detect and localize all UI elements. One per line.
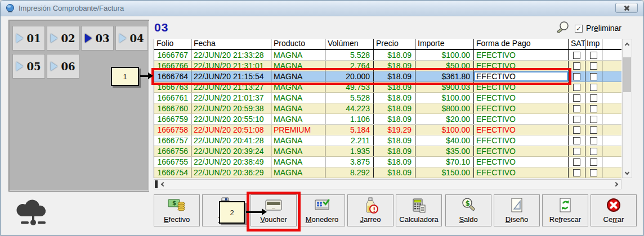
col-forma-pago[interactable]: Forma de Pago (474, 39, 569, 49)
play-icon (119, 34, 126, 43)
chevron-left-icon (160, 182, 165, 187)
jarreo-button[interactable]: ! Jarreo (347, 194, 393, 226)
callout-1: 1 (111, 67, 139, 86)
sat-checkbox[interactable] (569, 135, 585, 146)
cell-importe: $800.00 (415, 103, 474, 114)
table-row[interactable]: 1666766 22/JUN/20 21:31:01 MAGNA 2.764 $… (154, 61, 621, 71)
dispenser-button-04[interactable]: 04 (115, 26, 148, 51)
col-sat[interactable]: SAT (569, 39, 585, 49)
dispenser-label: 01 (26, 33, 41, 44)
preliminar-checkbox[interactable]: ✓ (575, 25, 583, 33)
imp-checkbox[interactable] (585, 114, 602, 124)
sat-checkbox[interactable] (569, 61, 585, 71)
table-row[interactable]: 1666757 22/JUN/20 20:41:28 MAGNA 2.211 $… (154, 135, 621, 146)
vertical-scroll-thumb[interactable] (623, 57, 631, 92)
imp-checkbox[interactable] (585, 125, 602, 135)
cell-importe: $50.00 (415, 61, 474, 71)
callout-2-arrowhead (262, 208, 267, 215)
cell-fecha: 22/JUN/20 21:01:37 (191, 93, 271, 103)
scroll-down-button[interactable] (623, 169, 632, 178)
col-imp[interactable]: Imp (585, 39, 602, 49)
cell-volumen: 3.875 (325, 157, 374, 167)
calculadora-button[interactable]: Calculadora (396, 194, 442, 226)
monedero-button[interactable]: Monedero (299, 194, 345, 226)
table-row[interactable]: 1666755 22/JUN/20 20:38:49 MAGNA 3.875 $… (154, 157, 621, 167)
cell-filler (602, 50, 621, 60)
horizontal-scrollbar[interactable] (154, 179, 621, 189)
imp-checkbox[interactable] (585, 71, 602, 81)
imp-checkbox[interactable] (585, 135, 602, 146)
magnifier-icon[interactable] (556, 21, 570, 38)
table-row[interactable]: 1666759 22/JUN/20 20:55:10 MAGNA 1.106 $… (154, 114, 621, 125)
imp-checkbox[interactable] (585, 157, 602, 167)
table-row[interactable]: 1666761 22/JUN/20 21:01:37 MAGNA 5.528 $… (154, 93, 621, 103)
checkbox-icon (590, 158, 597, 166)
imp-checkbox[interactable] (585, 167, 602, 178)
diseno-button[interactable]: Diseño (494, 194, 540, 226)
cell-precio: $18.09 (374, 103, 415, 114)
col-folio[interactable]: Folio (154, 39, 191, 49)
sat-checkbox[interactable] (569, 125, 585, 135)
dispenser-button-05[interactable]: 05 (12, 54, 45, 79)
table-header: Folio Fecha Producto Volúmen Precio Impo… (154, 39, 621, 50)
sat-checkbox[interactable] (569, 71, 585, 81)
voucher-button[interactable]: Voucher (251, 194, 297, 226)
table-row[interactable]: 1666760 22/JUN/20 20:59:38 MAGNA 44.223 … (154, 103, 621, 114)
col-fecha[interactable]: Fecha (191, 39, 271, 49)
col-producto[interactable]: Producto (271, 39, 325, 49)
imp-checkbox[interactable] (585, 93, 602, 103)
imp-checkbox[interactable] (585, 146, 602, 156)
callout-1-arrowhead (148, 72, 153, 79)
imp-checkbox[interactable] (585, 50, 602, 60)
dispenser-button-01[interactable]: 01 (12, 26, 45, 51)
table-row[interactable]: 1666754 22/JUN/20 20:36:29 MAGNA 8.292 $… (154, 167, 621, 178)
sat-checkbox[interactable] (569, 93, 585, 103)
scroll-left-button[interactable] (158, 180, 167, 189)
col-importe[interactable]: Importe (415, 39, 474, 49)
cell-volumen: 1.106 (325, 114, 374, 124)
cell-precio: $18.09 (374, 71, 415, 81)
imp-checkbox[interactable] (585, 103, 602, 114)
cell-volumen: 2.764 (325, 61, 374, 71)
imp-checkbox[interactable] (585, 61, 602, 71)
table-row[interactable]: 1666763 22/JUN/20 21:13:27 MAGNA 49.753 … (154, 82, 621, 93)
checkbox-icon (573, 94, 580, 102)
cell-producto: MAGNA (271, 146, 325, 156)
table-row[interactable]: 1666758 22/JUN/20 20:51:08 PREMIUM 5.184… (154, 125, 621, 135)
table-row[interactable]: 1666764 22/JUN/20 21:15:54 MAGNA 20.000 … (154, 71, 621, 82)
cell-fecha: 22/JUN/20 21:15:54 (191, 71, 271, 81)
svg-text:!: ! (373, 206, 375, 214)
cell-filler (602, 135, 621, 146)
cell-fecha: 22/JUN/20 20:38:49 (191, 157, 271, 167)
sat-checkbox[interactable] (569, 114, 585, 124)
saldo-button[interactable]: $ Saldo (445, 194, 491, 226)
cell-folio: 1666763 (154, 82, 191, 92)
vertical-scrollbar[interactable] (622, 39, 632, 178)
sat-checkbox[interactable] (569, 167, 585, 178)
sat-checkbox[interactable] (569, 146, 585, 156)
scroll-up-button[interactable] (623, 39, 632, 48)
dispenser-button-02[interactable]: 02 (47, 26, 79, 51)
cell-folio: 1666754 (154, 167, 191, 178)
sat-checkbox[interactable] (569, 157, 585, 167)
sat-checkbox[interactable] (569, 82, 585, 92)
cell-folio: 1666767 (154, 50, 191, 60)
cell-fecha: 22/JUN/20 21:31:01 (191, 61, 271, 71)
imp-checkbox[interactable] (585, 82, 602, 92)
table-row[interactable]: 1666767 22/JUN/20 21:33:28 MAGNA 5.528 $… (154, 50, 621, 61)
efectivo-button[interactable]: $ Efectivo (154, 194, 200, 226)
sat-checkbox[interactable] (569, 103, 585, 114)
cerrar-button[interactable]: Cerrar (591, 194, 637, 226)
refrescar-button[interactable]: Refrescar (542, 194, 588, 226)
col-precio[interactable]: Precio (374, 39, 415, 49)
col-volumen[interactable]: Volúmen (325, 39, 374, 49)
scroll-right-button[interactable] (612, 180, 621, 189)
cell-forma-pago: EFECTIVO (474, 167, 569, 178)
table-row[interactable]: 1666756 22/JUN/20 20:39:24 MAGNA 1.935 $… (154, 146, 621, 157)
dispenser-button-06[interactable]: 06 (47, 54, 79, 79)
close-button[interactable] (615, 3, 638, 13)
dispenser-button-03[interactable]: 03 (81, 26, 114, 51)
sat-checkbox[interactable] (569, 50, 585, 60)
checkbox-icon (573, 62, 580, 70)
button-label: Cerrar (603, 215, 624, 224)
